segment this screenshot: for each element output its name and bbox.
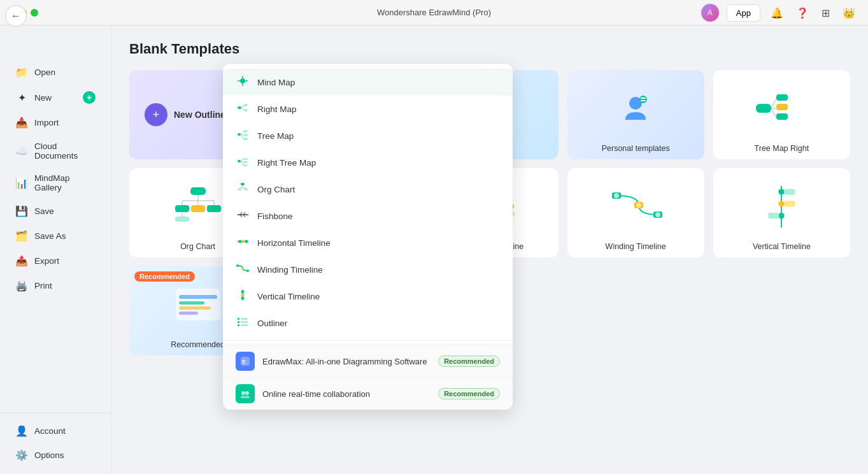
- svg-rect-123: [241, 321, 248, 323]
- outliner-dd-icon: [236, 315, 250, 331]
- svg-point-110: [239, 240, 242, 243]
- dropdown-item-wtimeline[interactable]: Winding Timeline: [223, 256, 513, 283]
- help-icon[interactable]: ❓: [793, 4, 811, 22]
- wtimeline-dd-label: Winding Timeline: [257, 265, 323, 275]
- sidebar: ← 📁 Open ✦ New + 📥 Import ☁️ Cloud Docum…: [0, 25, 111, 474]
- svg-rect-124: [238, 324, 239, 326]
- avatar[interactable]: A: [701, 4, 719, 22]
- page-title: Blank Templates: [129, 41, 850, 57]
- new-icon: ✦: [15, 92, 28, 104]
- dropdown-footer-collab[interactable]: Online real-time collaboration Recommend…: [223, 377, 513, 410]
- personal-templates-label: Personal templates: [602, 144, 670, 153]
- main-content: Blank Templates + New Outline Notes: [111, 25, 868, 474]
- svg-line-88: [241, 131, 243, 134]
- svg-point-115: [246, 269, 249, 272]
- dropdown-item-rightmap[interactable]: Right Map: [223, 96, 513, 122]
- svg-rect-68: [179, 306, 211, 310]
- dropdown-item-htimeline[interactable]: Horizontal Timeline: [223, 229, 513, 256]
- outliner-dd-label: Outliner: [257, 319, 287, 328]
- account-icon: 👤: [15, 425, 28, 437]
- maximize-dot[interactable]: [31, 9, 38, 17]
- new-plus-button[interactable]: +: [83, 91, 96, 104]
- dropdown-item-mindmap[interactable]: Mind Map: [223, 69, 513, 96]
- svg-line-95: [241, 159, 243, 162]
- dropdown-menu: Mind Map Right Map Tree Map Right Tree M…: [223, 64, 513, 410]
- personal-icon: [616, 89, 655, 127]
- vtimeline-diagram: [762, 183, 800, 231]
- sidebar-item-print[interactable]: 🖨️ Print: [5, 274, 106, 298]
- svg-line-17: [771, 108, 776, 118]
- svg-rect-66: [179, 295, 217, 299]
- import-label: Import: [34, 118, 59, 127]
- dropdown-item-treemap[interactable]: Tree Map: [223, 122, 513, 149]
- dropdown-item-orgchart[interactable]: Org Chart: [223, 176, 513, 203]
- svg-point-11: [639, 96, 647, 103]
- svg-rect-18: [776, 94, 788, 101]
- svg-text:E: E: [242, 359, 246, 365]
- dropdown-footer-edrawmax[interactable]: E EdrawMax: All-in-one Diagramming Softw…: [223, 345, 513, 377]
- svg-rect-120: [238, 318, 239, 320]
- sidebar-item-gallery[interactable]: 📊 MindMap Gallery: [5, 168, 106, 198]
- dropdown-divider: [223, 340, 513, 341]
- app-button[interactable]: App: [727, 4, 760, 22]
- sidebar-item-export[interactable]: 📤 Export: [5, 249, 106, 273]
- sidebar-item-save[interactable]: 💾 Save: [5, 199, 106, 223]
- grid-icon[interactable]: ⊞: [819, 4, 832, 22]
- save-label: Save: [34, 206, 54, 216]
- sidebar-item-cloud[interactable]: ☁️ Cloud Documents: [5, 136, 106, 166]
- print-label: Print: [34, 281, 52, 291]
- htimeline-dd-label: Horizontal Timeline: [257, 238, 331, 248]
- sidebar-item-new[interactable]: ✦ New +: [5, 85, 106, 110]
- collab-recommended-badge: Recommended: [438, 388, 500, 399]
- svg-point-113: [236, 264, 239, 267]
- dropdown-item-fishbone[interactable]: Fishbone: [223, 203, 513, 229]
- edrawmax-label: EdrawMax: All-in-one Diagramming Softwar…: [262, 357, 430, 366]
- template-card-vtimeline[interactable]: Vertical Timeline: [713, 168, 850, 257]
- template-card-winding[interactable]: Winding Timeline: [567, 168, 704, 257]
- back-button[interactable]: ←: [5, 5, 27, 27]
- options-icon: ⚙️: [15, 449, 28, 461]
- sidebar-item-import[interactable]: 📥 Import: [5, 111, 106, 134]
- svg-rect-60: [785, 189, 795, 194]
- svg-marker-104: [248, 213, 249, 217]
- crown-icon[interactable]: 👑: [840, 4, 858, 22]
- svg-rect-91: [238, 160, 241, 162]
- svg-rect-100: [244, 188, 248, 190]
- svg-rect-33: [181, 217, 189, 222]
- sidebar-item-open[interactable]: 📁 Open: [5, 61, 106, 84]
- sidebar-item-saveas[interactable]: 🗂️ Save As: [5, 224, 106, 248]
- sidebar-item-account[interactable]: 👤 Account: [5, 419, 106, 443]
- plus-outline-icon: +: [145, 103, 167, 126]
- new-label: New: [34, 93, 52, 103]
- mindmap-icon: [236, 75, 250, 90]
- dropdown-item-outliner[interactable]: Outliner: [223, 310, 513, 336]
- treemap-label: Tree Map: [257, 131, 294, 141]
- svg-line-15: [771, 99, 776, 108]
- rightmap-label: Right Map: [257, 104, 297, 114]
- svg-rect-81: [244, 109, 248, 111]
- svg-point-111: [242, 240, 245, 243]
- template-card-treemapright[interactable]: Tree Map Right: [713, 70, 850, 159]
- svg-point-61: [779, 201, 785, 206]
- options-label: Options: [34, 450, 64, 460]
- svg-rect-19: [776, 104, 788, 110]
- bell-icon[interactable]: 🔔: [768, 4, 786, 22]
- svg-rect-13: [641, 100, 646, 101]
- print-icon: 🖨️: [15, 280, 28, 292]
- svg-point-128: [241, 391, 245, 395]
- rightmap-icon: [236, 101, 250, 117]
- winding-diagram: [607, 186, 664, 227]
- svg-rect-80: [244, 104, 248, 106]
- dropdown-item-vtimeline[interactable]: Vertical Timeline: [223, 283, 513, 310]
- svg-line-83: [241, 108, 244, 110]
- template-card-personal[interactable]: Personal templates: [567, 70, 704, 159]
- cloud-label: Cloud Documents: [34, 141, 96, 161]
- titlebar: Wondershare EdrawMind (Pro) A App 🔔 ❓ ⊞ …: [0, 0, 868, 25]
- sidebar-item-options[interactable]: ⚙️ Options: [5, 443, 106, 467]
- orgchart-diagram: [169, 184, 227, 229]
- svg-rect-28: [191, 205, 205, 212]
- dropdown-item-righttreemap[interactable]: Right Tree Map: [223, 149, 513, 176]
- treemap-icon: [236, 128, 250, 143]
- mindmap-label: Mind Map: [257, 78, 295, 87]
- svg-rect-67: [179, 301, 204, 305]
